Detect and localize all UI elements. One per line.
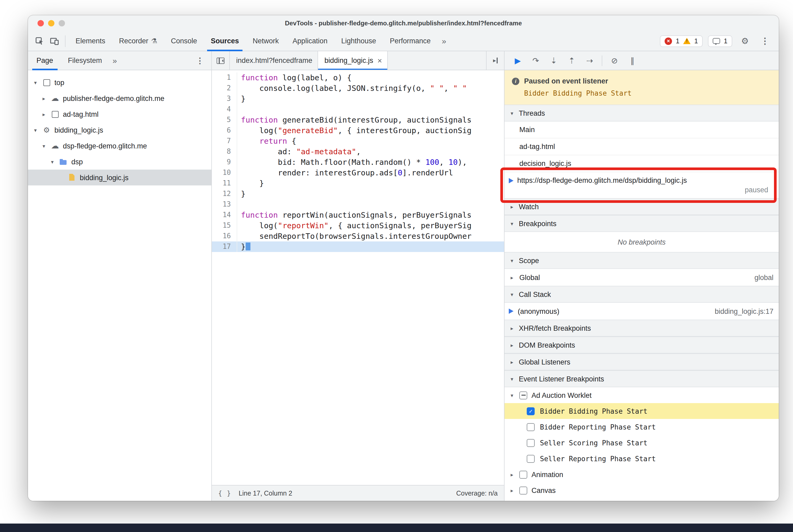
line-number[interactable]: 13 (212, 199, 237, 210)
line-number[interactable]: 17 (212, 242, 237, 252)
more-options-icon[interactable]: ⋮ (758, 34, 772, 48)
code-line-text[interactable]: console.log(label, JSON.stringify(o, " "… (237, 83, 504, 94)
section-breakpoints[interactable]: ▾ Breakpoints (505, 215, 779, 232)
listener-group-ad-auction-worklet[interactable]: ▾Ad Auction Worklet (505, 387, 779, 403)
code-line-text[interactable]: render: interestGroup.ads[0].renderUrl (237, 168, 504, 178)
navigator-more-icon[interactable]: ⋮ (190, 56, 210, 65)
disclosure-expanded-icon[interactable]: ▾ (49, 159, 55, 165)
line-number[interactable]: 1 (212, 72, 237, 83)
line-number[interactable]: 16 (212, 231, 237, 242)
checkbox-unchecked[interactable] (519, 486, 527, 494)
line-number[interactable]: 7 (212, 136, 237, 146)
tree-item-bidding-logic-js[interactable]: bidding_logic.js (28, 170, 211, 186)
code-line-text[interactable]: bid: Math.floor(Math.random() * 100, 10)… (237, 157, 504, 168)
section-global-listeners[interactable]: ▸ Global Listeners (505, 354, 779, 370)
section-call-stack[interactable]: ▾ Call Stack (505, 286, 779, 303)
checkbox-unchecked[interactable] (527, 423, 535, 431)
listener-seller-scoring-phase-start[interactable]: Seller Scoring Phase Start (505, 435, 779, 451)
section-event-listener-breakpoints[interactable]: ▾ Event Listener Breakpoints (505, 370, 779, 387)
section-dom-breakpoints[interactable]: ▸ DOM Breakpoints (505, 337, 779, 354)
toggle-navigator-icon[interactable] (212, 51, 230, 70)
tab-sources[interactable]: Sources (204, 31, 246, 51)
tab-performance[interactable]: Performance (383, 31, 438, 51)
navigator-tab-page[interactable]: Page (29, 51, 60, 70)
thread-row-ad-tag-html[interactable]: ad-tag.html (505, 138, 779, 155)
navigator-overflow-icon[interactable]: » (109, 56, 120, 65)
code-line-text[interactable]: sendReportTo(browserSignals.interestGrou… (237, 231, 504, 242)
step-out-icon[interactable]: ⇡ (564, 53, 580, 68)
listener-bidder-reporting-phase-start[interactable]: Bidder Reporting Phase Start (505, 419, 779, 435)
thread-row-decision-logic-js[interactable]: decision_logic.js (505, 155, 779, 172)
tab-recorder[interactable]: Recorder⚗ (112, 31, 164, 51)
line-number[interactable]: 5 (212, 115, 237, 125)
disclosure-expanded-icon[interactable]: ▾ (509, 392, 515, 398)
inspect-icon[interactable] (32, 34, 47, 48)
line-number[interactable]: 9 (212, 157, 237, 168)
checkbox-unchecked[interactable] (519, 471, 527, 478)
close-tab-icon[interactable]: × (377, 56, 382, 65)
line-number[interactable]: 10 (212, 168, 237, 178)
tree-item-dsp-fledge-demo-glitch-me[interactable]: ▾☁dsp-fledge-demo.glitch.me (28, 138, 211, 154)
code-line-text[interactable]: log("reportWin", { auctionSignals, perBu… (237, 220, 504, 231)
line-number[interactable]: 14 (212, 210, 237, 220)
disclosure-collapsed-icon[interactable]: ▸ (509, 472, 515, 477)
line-number[interactable]: 12 (212, 189, 237, 199)
close-window-button[interactable] (38, 20, 44, 26)
minimize-window-button[interactable] (48, 20, 54, 26)
line-number[interactable]: 3 (212, 94, 237, 104)
line-number[interactable]: 8 (212, 146, 237, 157)
line-number[interactable]: 4 (212, 104, 237, 115)
editor-overflow-icon[interactable]: ▸ (486, 51, 504, 70)
tree-item-dsp[interactable]: ▾dsp (28, 154, 211, 170)
tab-console[interactable]: Console (164, 31, 204, 51)
tree-item-publisher-fledge-demo-glitch-me[interactable]: ▸☁publisher-fledge-demo.glitch.me (28, 90, 211, 106)
scope-global-row[interactable]: ▸ Global global (505, 269, 779, 286)
editor-tab-index-html-fencedframe[interactable]: index.html?fencedframe (230, 51, 318, 70)
listener-seller-reporting-phase-start[interactable]: Seller Reporting Phase Start (505, 451, 779, 467)
listener-bidder-bidding-phase-start[interactable]: ✓Bidder Bidding Phase Start (505, 403, 779, 419)
checkbox-unchecked[interactable] (527, 439, 535, 447)
errors-warnings-badge[interactable]: × 1 1 (660, 35, 703, 47)
section-watch[interactable]: ▸ Watch (505, 198, 779, 215)
thread-row-active[interactable]: https://dsp-fledge-demo.glitch.me/dsp/bi… (505, 172, 779, 198)
line-number[interactable]: 15 (212, 220, 237, 231)
checkbox-unchecked[interactable] (527, 455, 535, 462)
disclosure-collapsed-icon[interactable]: ▸ (41, 111, 47, 117)
titlebar[interactable]: DevTools - publisher-fledge-demo.glitch.… (28, 15, 779, 31)
code-line-text[interactable]: ad: "ad-metadata", (237, 146, 504, 157)
checkbox-checked[interactable]: ✓ (527, 407, 535, 415)
disclosure-collapsed-icon[interactable]: ▸ (41, 95, 47, 101)
pretty-print-icon[interactable]: { } (218, 490, 231, 497)
issues-badge[interactable]: 1 (708, 35, 732, 47)
section-xhr-breakpoints[interactable]: ▸ XHR/fetch Breakpoints (505, 320, 779, 337)
code-line-text[interactable]: } (237, 189, 504, 199)
code-line-text[interactable] (237, 104, 504, 115)
code-line-text[interactable]: } (237, 94, 504, 104)
section-threads[interactable]: ▾ Threads (505, 104, 779, 121)
checkbox-indeterminate[interactable] (519, 391, 527, 399)
disclosure-expanded-icon[interactable]: ▾ (41, 143, 47, 149)
call-stack-frame[interactable]: (anonymous) bidding_logic.js:17 (505, 303, 779, 320)
code-line-text[interactable]: } (237, 242, 504, 252)
tab-lighthouse[interactable]: Lighthouse (335, 31, 383, 51)
resume-icon[interactable]: ▶ (510, 53, 526, 68)
tree-item-bidding-logic-js[interactable]: ▾⚙bidding_logic.js (28, 122, 211, 138)
tree-item-ad-tag-html[interactable]: ▸ad-tag.html (28, 106, 211, 122)
disclosure-expanded-icon[interactable]: ▾ (32, 127, 39, 133)
step-icon[interactable]: ⇢ (582, 53, 598, 68)
settings-gear-icon[interactable]: ⚙ (738, 34, 752, 48)
device-toolbar-icon[interactable] (47, 34, 62, 48)
more-panels-icon[interactable]: » (437, 36, 450, 45)
zoom-window-button[interactable] (59, 20, 65, 26)
tab-application[interactable]: Application (286, 31, 335, 51)
code-line-text[interactable]: } (237, 178, 504, 189)
line-number[interactable]: 11 (212, 178, 237, 189)
thread-row-main[interactable]: Main (505, 121, 779, 138)
disclosure-expanded-icon[interactable]: ▾ (32, 79, 39, 85)
line-number[interactable]: 6 (212, 125, 237, 136)
code-line-text[interactable]: function generateBid(interestGroup, auct… (237, 115, 504, 125)
step-into-icon[interactable]: ⇣ (546, 53, 562, 68)
code-line-text[interactable]: return { (237, 136, 504, 146)
listener-group-animation[interactable]: ▸Animation (505, 467, 779, 482)
tab-elements[interactable]: Elements (69, 31, 112, 51)
